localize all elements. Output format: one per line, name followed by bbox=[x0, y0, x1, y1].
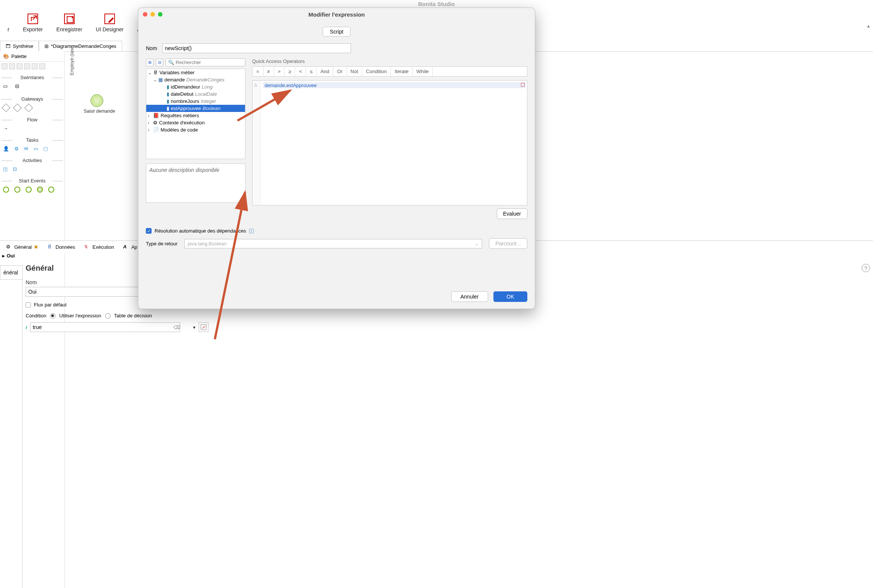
tree-row-business-vars[interactable]: ⌄🛢 Variables métier bbox=[146, 69, 245, 76]
start-events-section[interactable]: Start Events bbox=[0, 177, 64, 184]
start-message-icon[interactable] bbox=[14, 187, 20, 193]
svg-point-1 bbox=[72, 17, 73, 18]
zoom-out-icon[interactable] bbox=[9, 63, 15, 69]
op-eq[interactable]: = bbox=[253, 67, 263, 76]
tab-appearance[interactable]: A Ap bbox=[120, 242, 140, 251]
service-task-icon[interactable]: ⚙ bbox=[14, 146, 19, 152]
start-error-icon[interactable] bbox=[48, 187, 54, 193]
clear-icon[interactable]: ⌫ bbox=[173, 325, 180, 330]
expand-all-button[interactable]: ⊞ bbox=[146, 59, 153, 66]
variables-tree[interactable]: ⌄🛢 Variables métier ⌄▦ demande DemandeCo… bbox=[146, 69, 245, 159]
chevron-down-icon[interactable]: ▾ bbox=[193, 325, 196, 330]
script-task-icon[interactable]: ✉ bbox=[24, 146, 28, 152]
cancel-button[interactable]: Annuler bbox=[451, 291, 488, 302]
tree-row-dateDebut[interactable]: ▮ dateDebut LocalDate bbox=[146, 90, 245, 98]
tree-row-nombreJours[interactable]: ▮ nombreJours Integer bbox=[146, 98, 245, 105]
op-and[interactable]: And bbox=[317, 67, 333, 76]
tree-row-contexte[interactable]: ›⚙ Contexte d'exécution bbox=[146, 119, 245, 126]
fold-icon[interactable]: △ bbox=[254, 82, 257, 87]
tab-synthese[interactable]: 🗔 Synthèse bbox=[0, 41, 39, 51]
return-type-select[interactable]: java.lang.Boolean ⌄ bbox=[184, 239, 482, 248]
close-icon[interactable]: ✖ bbox=[34, 244, 38, 250]
subprocess-icon[interactable]: ◫ bbox=[3, 166, 8, 172]
activities-section[interactable]: Activities bbox=[0, 157, 64, 164]
decision-table-radio[interactable] bbox=[105, 313, 110, 318]
start-event-node[interactable] bbox=[90, 94, 103, 107]
align-icon[interactable] bbox=[32, 63, 38, 69]
flow-icon[interactable]: → bbox=[3, 126, 8, 131]
tree-row-demande[interactable]: ⌄▦ demande DemandeConges bbox=[146, 76, 245, 83]
tree-search-input[interactable] bbox=[176, 60, 243, 65]
info-icon[interactable]: i bbox=[249, 229, 254, 233]
gateways-section[interactable]: Gateways bbox=[0, 95, 64, 103]
collapse-caret-icon[interactable]: ▲ bbox=[866, 23, 871, 29]
distribute-icon[interactable] bbox=[39, 63, 45, 69]
info-icon: i bbox=[26, 325, 27, 330]
tree-row-requetes[interactable]: ›📕 Requêtes métiers bbox=[146, 112, 245, 119]
pool-icon[interactable]: ▭ bbox=[3, 83, 10, 90]
export-button[interactable]: Exporter bbox=[23, 13, 43, 32]
flux-defaut-label: Flux par défaut bbox=[34, 302, 67, 308]
tab-data[interactable]: 🛢 Données bbox=[44, 242, 78, 251]
browse-button[interactable]: Parcourir... bbox=[489, 238, 527, 249]
decision-table-label: Table de décision bbox=[114, 313, 152, 318]
op-or[interactable]: Or bbox=[333, 67, 346, 76]
save-button[interactable]: Enregistrer bbox=[57, 13, 82, 32]
lane-icon[interactable]: ⊟ bbox=[15, 83, 22, 90]
condition-label: Condition bbox=[26, 313, 46, 318]
op-lt[interactable]: < bbox=[295, 67, 306, 76]
gateway-exclusive-icon[interactable] bbox=[2, 104, 11, 112]
tab-general[interactable]: ⚙ Général ✖ bbox=[3, 242, 41, 251]
gateway-inclusive-icon[interactable] bbox=[25, 104, 33, 112]
op-gt[interactable]: > bbox=[274, 67, 285, 76]
gateway-parallel-icon[interactable] bbox=[13, 104, 22, 112]
tab-diagram[interactable]: ⊞ *DiagrammeDemandeConges bbox=[39, 41, 122, 51]
auto-deps-checkbox[interactable]: ✓ bbox=[146, 228, 152, 234]
collapse-all-button[interactable]: ⊟ bbox=[156, 59, 163, 66]
fit-icon[interactable] bbox=[17, 63, 23, 69]
palette-icon: 🎨 bbox=[3, 54, 9, 59]
evaluate-button[interactable]: Evaluer bbox=[497, 208, 527, 219]
dlg-nom-input[interactable] bbox=[162, 43, 351, 53]
grid-icon[interactable] bbox=[24, 63, 30, 69]
tasks-section[interactable]: Tasks bbox=[0, 136, 64, 144]
send-task-icon[interactable]: ▢ bbox=[43, 146, 48, 152]
font-icon: A bbox=[123, 244, 129, 250]
call-activity-icon[interactable]: ⊡ bbox=[13, 166, 17, 172]
ok-button[interactable]: OK bbox=[493, 291, 527, 302]
app-title: Bonita Studio bbox=[0, 1, 873, 7]
start-timer-icon[interactable] bbox=[26, 187, 32, 193]
op-not[interactable]: Not bbox=[347, 67, 362, 76]
tree-row-modeles[interactable]: ›📄 Modèles de code bbox=[146, 126, 245, 133]
flow-section[interactable]: Flow bbox=[0, 116, 64, 123]
uidesigner-button[interactable]: UI Designer bbox=[96, 13, 124, 32]
start-event-icon[interactable] bbox=[3, 187, 9, 193]
use-expression-radio[interactable] bbox=[50, 313, 55, 318]
side-tab-general[interactable]: énéral bbox=[0, 265, 22, 280]
qao-label: Quick Access Operators bbox=[252, 58, 527, 64]
start-signal-icon[interactable] bbox=[37, 187, 43, 193]
op-condition[interactable]: Condition bbox=[362, 67, 391, 76]
user-task-icon[interactable]: 👤 bbox=[3, 146, 9, 152]
diagram-icon: ⊞ bbox=[44, 43, 49, 49]
script-tab[interactable]: Script bbox=[323, 27, 351, 37]
synthese-icon: 🗔 bbox=[6, 43, 11, 49]
tree-row-estApprouvee[interactable]: ▮ estApprouvee Boolean bbox=[146, 105, 245, 112]
tree-row-idDemandeur[interactable]: ▮ idDemandeur Long bbox=[146, 83, 245, 90]
op-iterate[interactable]: Iterate bbox=[391, 67, 413, 76]
auto-deps-label: Résolution automatique des dépendances bbox=[155, 228, 246, 234]
zoom-in-icon[interactable] bbox=[2, 63, 8, 69]
op-while[interactable]: While bbox=[413, 67, 433, 76]
palette-title: 🎨 Palette bbox=[0, 51, 64, 62]
flux-defaut-checkbox[interactable] bbox=[26, 302, 31, 308]
help-icon[interactable]: ? bbox=[862, 264, 870, 272]
code-editor[interactable]: △ demande.estApprouvee bbox=[252, 80, 527, 205]
expression-input[interactable] bbox=[30, 322, 180, 332]
receive-task-icon[interactable]: ▭ bbox=[34, 146, 38, 152]
tab-execution[interactable]: ↯ Exécution bbox=[81, 242, 117, 251]
swimlanes-section[interactable]: Swimlanes bbox=[0, 74, 64, 81]
op-le[interactable]: ≤ bbox=[306, 67, 317, 76]
edit-expression-button[interactable] bbox=[199, 322, 208, 332]
op-ge[interactable]: ≥ bbox=[285, 67, 295, 76]
op-ne[interactable]: ≠ bbox=[263, 67, 274, 76]
